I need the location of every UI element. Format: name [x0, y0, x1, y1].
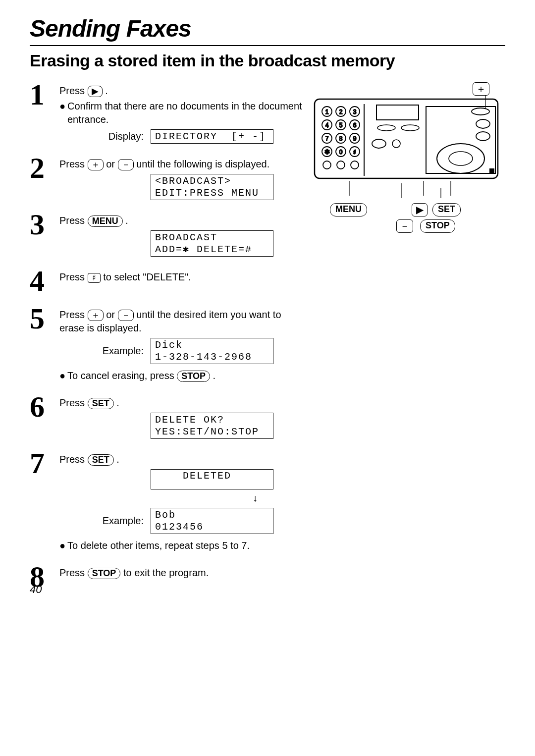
svg-point-33 — [392, 140, 400, 148]
svg-point-34 — [437, 144, 484, 173]
hash-icon: ♯ — [88, 273, 101, 283]
svg-point-32 — [372, 139, 386, 148]
step-bullet: . — [213, 370, 215, 381]
svg-point-31 — [401, 125, 419, 131]
step-text: Press — [59, 567, 88, 578]
step-5: 5 Press ＋ or － until the desired item yo… — [30, 305, 307, 382]
lcd-display: Dick 1-328-143-2968 — [151, 338, 273, 364]
set-button-label: SET — [88, 398, 114, 409]
step-number: 5 — [30, 305, 59, 332]
lcd-display: DIRECTORY [+ -] — [151, 129, 273, 144]
bullet-icon: ● — [59, 539, 67, 552]
fax-machine-icon: 1 2 3 4 5 6 7 8 9 ✱ 0 ♯ — [312, 84, 500, 198]
menu-button-label: MENU — [88, 216, 123, 227]
step-8: 8 Press STOP to exit the program. — [30, 563, 307, 590]
step-number: 6 — [30, 393, 59, 420]
play-icon: ▶ — [88, 86, 103, 97]
plus-icon: ＋ — [88, 159, 104, 170]
svg-point-38 — [476, 132, 490, 141]
step-7: 7 Press SET . DELETED ↓ Example: Bo — [30, 450, 307, 552]
step-text: to exit the program. — [123, 567, 209, 578]
page-number: 40 — [30, 583, 42, 596]
svg-text:2: 2 — [339, 108, 343, 115]
step-text: . — [125, 215, 128, 226]
svg-text:9: 9 — [353, 135, 357, 142]
menu-callout: MENU — [330, 203, 367, 216]
svg-point-35 — [449, 152, 473, 165]
svg-rect-29 — [376, 105, 419, 120]
svg-text:♯: ♯ — [353, 149, 356, 156]
step-number: 1 — [30, 81, 59, 108]
step-text: Press — [59, 159, 88, 169]
step-4: 4 Press ♯ to select "DELETE". — [30, 268, 307, 294]
svg-point-26 — [337, 161, 345, 169]
device-diagram: ＋ 1 2 3 4 5 6 7 8 9 ✱ — [312, 84, 500, 233]
svg-point-27 — [351, 161, 359, 169]
section-title: Erasing a stored item in the broadcast m… — [30, 51, 505, 70]
step-text: or — [106, 309, 117, 320]
set-callout: SET — [432, 203, 461, 216]
lcd-display: DELETED — [151, 469, 273, 489]
bullet-icon: ● — [59, 100, 67, 126]
down-arrow-icon: ↓ — [203, 491, 307, 505]
step-bullet: Confirm that there are no documents in t… — [67, 100, 307, 126]
step-bullet: To delete other items, repeat steps 5 to… — [67, 539, 250, 552]
step-text: until the following is displayed. — [136, 159, 269, 169]
step-number: 3 — [30, 211, 59, 238]
minus-callout: － — [396, 219, 413, 233]
stop-button-label: STOP — [177, 371, 210, 382]
svg-rect-45 — [489, 168, 494, 173]
svg-text:✱: ✱ — [324, 148, 330, 156]
svg-text:3: 3 — [353, 108, 357, 115]
step-number: 2 — [30, 155, 59, 181]
step-text: . — [105, 85, 108, 96]
step-1: 1 Press ▶ . ● Confirm that there are no … — [30, 81, 307, 144]
bullet-icon: ● — [59, 369, 67, 382]
svg-point-30 — [377, 125, 395, 131]
plus-icon: ＋ — [88, 310, 104, 321]
lcd-display: DELETE OK? YES:SET/NO:STOP — [151, 413, 273, 439]
lcd-display: <BROADCAST> EDIT:PRESS MENU — [151, 174, 273, 200]
svg-text:5: 5 — [339, 122, 343, 129]
display-label: Display: — [59, 130, 151, 143]
set-button-label: SET — [88, 454, 114, 466]
step-2: 2 Press ＋ or － until the following is di… — [30, 155, 307, 200]
svg-text:7: 7 — [325, 135, 329, 142]
step-number: 7 — [30, 450, 59, 477]
play-callout: ▶ — [412, 203, 428, 216]
display-label: Example: — [59, 344, 151, 358]
divider — [30, 45, 505, 46]
step-6: 6 Press SET . DELETE OK? YES:SET/NO:STOP — [30, 393, 307, 439]
display-label: Example: — [59, 514, 151, 528]
plus-callout: ＋ — [473, 82, 489, 96]
minus-icon: － — [118, 159, 134, 170]
stop-callout: STOP — [420, 219, 455, 233]
step-text: Press — [59, 454, 88, 465]
lcd-display: BROADCAST ADD=✱ DELETE=# — [151, 230, 273, 257]
step-3: 3 Press MENU . BROADCAST ADD=✱ DELETE=# — [30, 211, 307, 257]
svg-text:8: 8 — [339, 135, 343, 142]
svg-point-25 — [323, 161, 331, 169]
step-text: . — [116, 397, 119, 408]
step-text: Press — [59, 85, 88, 96]
svg-text:1: 1 — [325, 108, 329, 115]
step-text: . — [116, 454, 119, 465]
step-text: Press — [59, 271, 88, 282]
step-text: to select "DELETE". — [103, 271, 191, 282]
chapter-title: Sending Faxes — [30, 15, 505, 42]
step-text: Press — [59, 215, 88, 226]
step-text: Press — [59, 397, 88, 408]
svg-point-37 — [476, 119, 490, 128]
step-text: or — [106, 159, 117, 169]
step-text: Press — [59, 309, 88, 320]
lcd-display: Bob 0123456 — [151, 508, 273, 534]
step-number: 4 — [30, 268, 59, 294]
svg-point-36 — [472, 108, 489, 115]
minus-icon: － — [118, 310, 134, 321]
svg-text:4: 4 — [325, 122, 329, 129]
step-bullet: To cancel erasing, press — [67, 370, 177, 381]
svg-text:6: 6 — [353, 122, 357, 129]
stop-button-label: STOP — [88, 568, 121, 579]
svg-text:0: 0 — [339, 149, 343, 156]
